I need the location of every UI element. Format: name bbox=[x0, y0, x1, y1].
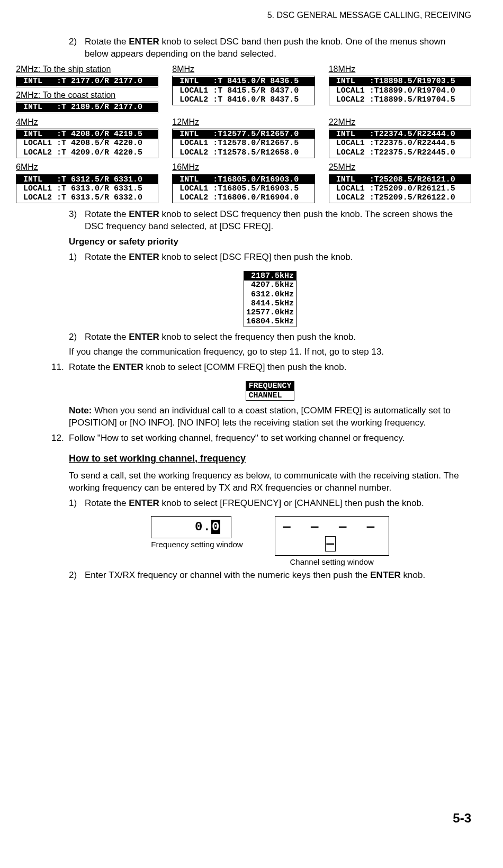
band-label-18mhz: 18MHz bbox=[329, 64, 471, 75]
text: Rotate the bbox=[85, 498, 129, 508]
band-tables-grid: 2MHz: To the ship station INTL :T 2177.0… bbox=[16, 64, 471, 203]
urgency-step-1: 1) Rotate the ENTER knob to select [DSC … bbox=[69, 251, 471, 264]
text: knob to select [FREQUENCY] or [CHANNEL] … bbox=[159, 498, 424, 508]
band-label-8mhz: 8MHz bbox=[172, 64, 315, 75]
step-12: 12. Follow "How to set working channel, … bbox=[51, 432, 471, 445]
note-paragraph: Note: When you send an individual call t… bbox=[69, 405, 471, 429]
band-label-2mhz-coast: 2MHz: To the coast station bbox=[16, 89, 158, 101]
step-number: 2) bbox=[69, 569, 77, 582]
step-number: 12. bbox=[51, 432, 64, 445]
text: Rotate the bbox=[85, 37, 129, 47]
lcd-2mhz-coast: INTL :T 2189.5/R 2177.0 bbox=[16, 102, 158, 113]
enter-bold: ENTER bbox=[129, 498, 159, 508]
band-label-16mhz: 16MHz bbox=[172, 161, 315, 173]
channel-setting-window: — — — — — bbox=[275, 516, 389, 556]
if-note: If you change the communication frequenc… bbox=[69, 346, 471, 358]
lcd-22mhz: INTL :T22374.5/R22444.0 LOCAL1 :T22375.0… bbox=[329, 129, 471, 158]
text: Rotate the bbox=[85, 209, 129, 219]
urgency-subhead: Urgency or safety priority bbox=[69, 236, 471, 248]
dsc-freq-list: 2187.5kHz 4207.5kHz 6312.0kHz 8414.5kHz1… bbox=[244, 271, 297, 327]
step-2-number: 2) bbox=[69, 36, 77, 48]
step-2: 2) Rotate the ENTER knob to select DSC b… bbox=[69, 36, 471, 60]
lcd-6mhz: INTL :T 6312.5/R 6331.0 LOCAL1 :T 6313.0… bbox=[16, 174, 158, 204]
enter-bold: ENTER bbox=[370, 570, 401, 580]
cw-caption: Channel setting window bbox=[275, 557, 389, 567]
frequency-setting-window: 0.0 bbox=[151, 516, 231, 538]
band-label-22mhz: 22MHz bbox=[329, 116, 471, 128]
band-label-12mhz: 12MHz bbox=[172, 116, 315, 128]
step-number: 1) bbox=[69, 498, 77, 510]
cw-dashes: — — — — bbox=[283, 519, 381, 536]
band-label-2mhz-ship: 2MHz: To the ship station bbox=[16, 64, 158, 75]
text: Enter TX/RX frequency or channel with th… bbox=[85, 570, 370, 580]
step-number: 1) bbox=[69, 251, 77, 264]
lcd-25mhz: INTL :T25208.5/R26121.0 LOCAL1 :T25209.0… bbox=[329, 174, 471, 204]
fw-cursor: 0 bbox=[211, 520, 220, 534]
text: knob to select the frequency then push t… bbox=[159, 332, 356, 342]
freq-channel-menu: FREQUENCYCHANNEL bbox=[246, 381, 294, 401]
chapter-header: 5. DSC GENERAL MESSAGE CALLING, RECEIVIN… bbox=[16, 11, 471, 20]
howto-heading: How to set working channel, frequency bbox=[69, 452, 471, 465]
urgency-step-2: 2) Rotate the ENTER knob to select the f… bbox=[69, 331, 471, 343]
band-label-6mhz: 6MHz bbox=[16, 161, 158, 173]
howto-step-2: 2) Enter TX/RX frequency or channel with… bbox=[69, 569, 471, 582]
text: knob to select [COMM FREQ] then push the… bbox=[143, 362, 347, 372]
band-label-25mhz: 25MHz bbox=[329, 161, 471, 173]
text: Rotate the bbox=[85, 252, 129, 262]
enter-bold: ENTER bbox=[129, 252, 159, 262]
enter-bold: ENTER bbox=[129, 332, 159, 342]
step-number: 11. bbox=[51, 361, 64, 374]
text: Rotate the bbox=[85, 332, 129, 342]
lcd-18mhz: INTL :T18898.5/R19703.5 LOCAL1 :T18899.0… bbox=[329, 76, 471, 105]
howto-intro: To send a call, set the working frequenc… bbox=[69, 470, 471, 494]
step-3-number: 3) bbox=[69, 209, 77, 221]
lcd-16mhz: INTL :T16805.0/R16903.0 LOCAL1 :T16805.5… bbox=[172, 174, 315, 204]
enter-bold: ENTER bbox=[129, 209, 159, 219]
lcd-12mhz: INTL :T12577.5/R12657.0 LOCAL1 :T12578.0… bbox=[172, 129, 315, 158]
howto-step-1: 1) Rotate the ENTER knob to select [FREQ… bbox=[69, 498, 471, 510]
lcd-2mhz-ship: INTL :T 2177.0/R 2177.0 bbox=[16, 76, 158, 87]
fw-caption: Frequency setting window bbox=[151, 539, 242, 550]
note-label: Note: bbox=[69, 405, 92, 415]
text: knob to select [DSC FREQ] then push the … bbox=[159, 252, 353, 262]
page-number: 5-3 bbox=[453, 811, 471, 826]
lcd-8mhz: INTL :T 8415.0/R 8436.5 LOCAL1 :T 8415.5… bbox=[172, 76, 315, 105]
lcd-4mhz: INTL :T 4208.0/R 4219.5 LOCAL1 :T 4208.5… bbox=[16, 129, 158, 158]
text: knob. bbox=[401, 570, 425, 580]
step-number: 2) bbox=[69, 331, 77, 343]
enter-bold: ENTER bbox=[113, 362, 143, 372]
fw-prefix: 0. bbox=[195, 520, 211, 534]
text: Rotate the bbox=[69, 362, 113, 372]
setting-windows: 0.0 Frequency setting window — — — — — C… bbox=[69, 516, 471, 567]
text: Follow "How to set working channel, freq… bbox=[69, 433, 405, 443]
step-11: 11. Rotate the ENTER knob to select [COM… bbox=[51, 361, 471, 374]
enter-bold: ENTER bbox=[129, 37, 159, 47]
note-text: When you send an individual call to a co… bbox=[69, 405, 451, 428]
cw-cursor: — bbox=[325, 536, 336, 551]
band-label-4mhz: 4MHz bbox=[16, 116, 158, 128]
step-3: 3) Rotate the ENTER knob to select DSC f… bbox=[69, 209, 471, 233]
